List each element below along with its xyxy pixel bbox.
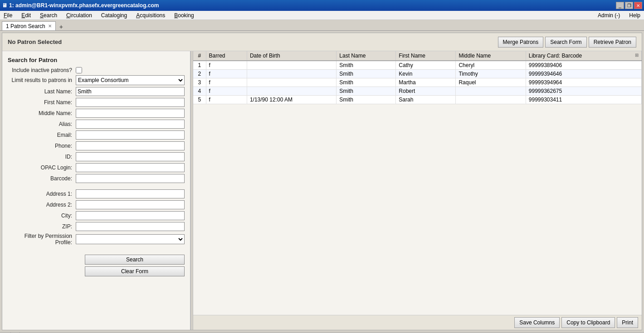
col-first-name[interactable]: First Name	[396, 51, 456, 61]
cell-middle-name: Cheryl	[456, 61, 526, 70]
opac-login-label: OPAC Login:	[8, 164, 76, 171]
search-panel: Search for Patron Include inactive patro…	[2, 51, 190, 330]
table-row[interactable]: 4 f Smith Robert 99999362675	[193, 87, 642, 96]
id-label: ID:	[8, 154, 76, 160]
cell-barcode: 99999394964	[526, 78, 641, 87]
app-icon: 🖥	[2, 2, 7, 9]
col-barcode[interactable]: Library Card: Barcode ⊞	[526, 51, 641, 61]
no-patron-label: No Patron Selected	[8, 39, 62, 45]
cell-num: 1	[193, 61, 206, 70]
search-form-button[interactable]: Search Form	[545, 37, 586, 48]
last-name-row: Last Name:	[8, 87, 185, 96]
zip-input[interactable]	[76, 222, 185, 231]
cell-barred: f	[206, 70, 247, 78]
cell-last-name: Smith	[337, 78, 396, 87]
search-button[interactable]: Search	[85, 255, 185, 265]
results-footer: Save Columns Copy to Clipboard Print	[193, 315, 642, 330]
limit-results-label: Limit results to patrons in	[8, 77, 76, 83]
menu-circulation[interactable]: Circulation	[64, 11, 94, 19]
alias-input[interactable]	[76, 120, 185, 129]
limit-results-select[interactable]: Example Consortium	[76, 75, 185, 85]
city-row: City:	[8, 211, 185, 220]
cell-last-name: Smith	[337, 61, 396, 70]
close-button[interactable]: ✕	[634, 2, 642, 9]
filter-select[interactable]	[76, 234, 185, 244]
col-dob[interactable]: Date of Birth	[247, 51, 336, 61]
opac-login-row: OPAC Login:	[8, 163, 185, 172]
barcode-label: Barcode:	[8, 175, 76, 182]
address2-row: Address 2:	[8, 200, 185, 209]
print-button[interactable]: Print	[617, 317, 638, 328]
cell-first-name: Kevin	[396, 70, 456, 78]
new-tab-button[interactable]: +	[57, 23, 66, 30]
menu-search[interactable]: Search	[38, 11, 59, 19]
cell-barcode: 99999394646	[526, 70, 641, 78]
main-window: No Patron Selected Merge Patrons Search …	[2, 33, 642, 330]
menu-file[interactable]: File	[2, 11, 14, 19]
email-row: Email:	[8, 130, 185, 140]
tab-patron-search[interactable]: 1 Patron Search ✕	[2, 21, 56, 30]
menu-acquisitions[interactable]: Acquisitions	[134, 11, 167, 19]
help-menu[interactable]: Help	[627, 11, 642, 19]
last-name-label: Last Name:	[8, 88, 76, 95]
minimize-button[interactable]: _	[616, 2, 624, 9]
cell-num: 5	[193, 96, 206, 104]
cell-last-name: Smith	[337, 70, 396, 78]
cell-dob	[247, 61, 336, 70]
col-barred[interactable]: Barred	[206, 51, 247, 61]
table-row[interactable]: 1 f Smith Cathy Cheryl 99999389406	[193, 61, 642, 70]
cell-middle-name	[456, 96, 526, 104]
last-name-input[interactable]	[76, 87, 185, 96]
cell-barcode: 99999389406	[526, 61, 641, 70]
menu-cataloging[interactable]: Cataloging	[99, 11, 129, 19]
restore-button[interactable]: ❐	[625, 2, 633, 9]
include-inactive-row: Include inactive patrons?	[8, 67, 185, 73]
cell-first-name: Robert	[396, 87, 456, 96]
title-bar-controls: _ ❐ ✕	[616, 2, 642, 9]
table-row[interactable]: 5 f 1/13/90 12:00 AM Smith Sarah 9999930…	[193, 96, 642, 104]
first-name-input[interactable]	[76, 98, 185, 107]
action-buttons: Merge Patrons Search Form Retrieve Patro…	[498, 37, 636, 48]
col-num[interactable]: #	[193, 51, 206, 61]
menu-bar: File Edit Search Circulation Cataloging …	[0, 11, 644, 20]
address2-input[interactable]	[76, 200, 185, 209]
tab-close-icon[interactable]: ✕	[48, 24, 52, 29]
alias-row: Alias:	[8, 120, 185, 129]
address1-input[interactable]	[76, 189, 185, 198]
barcode-input[interactable]	[76, 174, 185, 183]
admin-menu[interactable]: Admin (-)	[596, 11, 622, 19]
email-input[interactable]	[76, 130, 185, 140]
clear-form-button[interactable]: Clear Form	[85, 266, 185, 276]
middle-name-input[interactable]	[76, 109, 185, 118]
alias-label: Alias:	[8, 121, 76, 127]
include-inactive-checkbox[interactable]	[76, 67, 82, 73]
filter-row: Filter by Permission Profile:	[8, 233, 185, 246]
id-input[interactable]	[76, 152, 185, 161]
menu-edit[interactable]: Edit	[20, 11, 33, 19]
results-table: # Barred Date of Birth Last Name First N…	[193, 51, 642, 104]
middle-name-label: Middle Name:	[8, 110, 76, 116]
merge-patrons-button[interactable]: Merge Patrons	[498, 37, 544, 48]
table-row[interactable]: 2 f Smith Kevin Timothy 99999394646	[193, 70, 642, 78]
save-columns-button[interactable]: Save Columns	[514, 317, 560, 328]
menu-booking[interactable]: Booking	[172, 11, 195, 19]
copy-to-clipboard-button[interactable]: Copy to Clipboard	[561, 317, 615, 328]
cell-num: 2	[193, 70, 206, 78]
col-middle-name[interactable]: Middle Name	[456, 51, 526, 61]
tab-bar: 1 Patron Search ✕ +	[0, 20, 644, 31]
barcode-row: Barcode:	[8, 174, 185, 183]
retrieve-patron-button[interactable]: Retrieve Patron	[589, 37, 636, 48]
col-last-name[interactable]: Last Name	[337, 51, 396, 61]
middle-name-row: Middle Name:	[8, 109, 185, 118]
city-label: City:	[8, 212, 76, 219]
info-bar: No Patron Selected Merge Patrons Search …	[2, 33, 642, 51]
cell-dob	[247, 70, 336, 78]
opac-login-input[interactable]	[76, 163, 185, 172]
city-input[interactable]	[76, 211, 185, 220]
cell-dob	[247, 78, 336, 87]
cell-dob	[247, 87, 336, 96]
cell-num: 4	[193, 87, 206, 96]
phone-input[interactable]	[76, 141, 185, 150]
table-row[interactable]: 3 f Smith Martha Raquel 99999394964	[193, 78, 642, 87]
cell-barred: f	[206, 61, 247, 70]
